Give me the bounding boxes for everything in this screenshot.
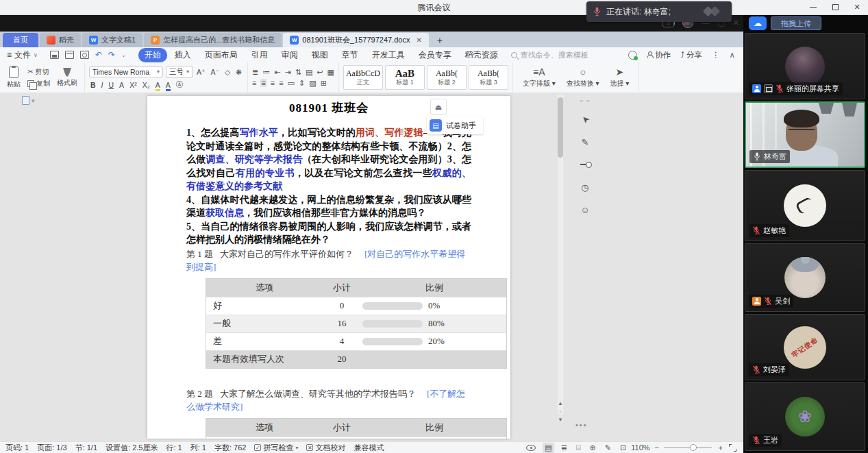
- clear-format-button[interactable]: ◇: [223, 68, 232, 76]
- browser-tab[interactable]: 稻壳: [40, 33, 81, 47]
- browser-tab[interactable]: W081901班班会_157797247.docx✕: [283, 33, 429, 47]
- save-icon[interactable]: [50, 51, 59, 59]
- participant-tile[interactable]: 赵敏艳: [745, 170, 865, 241]
- italic-button[interactable]: I: [100, 81, 105, 89]
- zoom-out-icon[interactable]: −: [655, 443, 659, 452]
- align-right-icon[interactable]: ≡: [271, 79, 275, 87]
- document-page[interactable]: 081901 班班会 1、怎么提高写作水平，比如写论文时的用词、写作逻辑——我写…: [147, 96, 510, 439]
- shading-icon[interactable]: ▨: [309, 79, 316, 88]
- toolbar-drag-handle[interactable]: = =: [580, 97, 591, 104]
- cloud-sync-icon[interactable]: [628, 51, 637, 60]
- share-button[interactable]: ⤴ 分享: [680, 50, 702, 60]
- participant-tile[interactable]: 牢记使命刘晏泽: [745, 314, 865, 380]
- cloud-doc-icon[interactable]: ☁: [749, 16, 767, 30]
- cut-button[interactable]: ✂ 剪切: [27, 67, 50, 77]
- bullet-list-icon[interactable]: ≣: [252, 68, 258, 77]
- next-page-icon[interactable]: ▼: [558, 417, 563, 423]
- sticker-tool-icon[interactable]: ☺: [578, 202, 593, 217]
- print-preview-icon[interactable]: [80, 51, 89, 59]
- bold-button[interactable]: B: [89, 81, 97, 89]
- nav-square-icon[interactable]: ▫: [560, 408, 562, 415]
- zoom-slider[interactable]: [664, 447, 712, 448]
- paste-button[interactable]: 粘贴: [4, 66, 23, 89]
- timer-tool-icon[interactable]: ◷: [578, 180, 593, 195]
- prev-page-icon[interactable]: ▲: [558, 400, 563, 406]
- annotation-more-icon[interactable]: •••: [575, 421, 588, 429]
- align-left-icon[interactable]: ≡: [252, 79, 256, 87]
- zoom-slider-knob[interactable]: [690, 444, 697, 451]
- exam-assistant-button[interactable]: ▤ 试卷助手: [427, 117, 483, 134]
- cursor-tool-icon[interactable]: ➤: [578, 112, 593, 127]
- style-标题 2[interactable]: AaBb(标题 2: [427, 65, 467, 90]
- font-color-button[interactable]: A: [164, 81, 172, 89]
- wps-close-icon[interactable]: ✕: [733, 19, 739, 27]
- collapse-ribbon-icon[interactable]: ∧: [730, 50, 735, 60]
- justify-icon[interactable]: ≡: [279, 79, 283, 87]
- ribbon-tab-开发工具[interactable]: 开发工具: [366, 48, 411, 62]
- underline-button[interactable]: U: [108, 81, 116, 89]
- ribbon-tab-视图[interactable]: 视图: [306, 48, 334, 62]
- vertical-scrollbar[interactable]: [558, 95, 563, 415]
- style-正文[interactable]: AaBbCcD正文: [343, 65, 383, 90]
- spellcheck-toggle[interactable]: ✓拼写检查▾: [254, 443, 298, 453]
- ribbon-tab-开始[interactable]: 开始: [138, 48, 167, 62]
- command-search[interactable]: 查找命令、搜索模板: [511, 50, 588, 60]
- char-border-button[interactable]: A: [118, 81, 125, 89]
- print-icon[interactable]: [65, 51, 74, 59]
- ribbon-tab-插入[interactable]: 插入: [169, 48, 197, 62]
- ribbon-tool-选择[interactable]: ➤选择 ▾: [605, 67, 635, 88]
- participant-tile[interactable]: 张丽的屏幕共享: [745, 33, 865, 99]
- highlight-button[interactable]: A: [154, 81, 162, 89]
- participant-tile[interactable]: 吴剑: [745, 243, 865, 312]
- ribbon-tab-章节[interactable]: 章节: [336, 48, 364, 62]
- shrink-font-button[interactable]: A⁻: [210, 68, 221, 76]
- browser-tab[interactable]: 首页: [3, 33, 38, 47]
- zoom-level[interactable]: 110%: [631, 443, 649, 452]
- web-view-icon[interactable]: ⊕: [588, 443, 598, 453]
- direction-icon[interactable]: ↩: [317, 68, 323, 77]
- tab-close-icon[interactable]: ✕: [416, 36, 421, 44]
- fit-page-icon[interactable]: ⊡: [620, 443, 626, 452]
- sort-icon[interactable]: ⇅: [295, 68, 301, 77]
- close-icon[interactable]: ✕: [852, 1, 863, 12]
- collab-button[interactable]: 协作: [647, 50, 671, 60]
- font-name-select[interactable]: Times New Roma▾: [89, 66, 163, 77]
- ribbon-tab-引用[interactable]: 引用: [245, 48, 274, 62]
- proofread-toggle[interactable]: ✕文档校对: [306, 443, 345, 453]
- decrease-indent-icon[interactable]: ⇤: [274, 68, 280, 77]
- file-menu[interactable]: ≡ 文件 ∨: [0, 47, 43, 62]
- increase-indent-icon[interactable]: ⇥: [284, 68, 290, 77]
- ribbon-tab-会员专享[interactable]: 会员专享: [412, 48, 458, 62]
- distribute-icon[interactable]: ▭: [288, 79, 295, 88]
- ribbon-tool-文字排版[interactable]: ≡A文字排版 ▾: [517, 67, 561, 88]
- fullscreen-icon[interactable]: [729, 444, 736, 452]
- browser-tab[interactable]: P怎样提高自己的...查找书籍和信息: [144, 33, 282, 47]
- char-scale-icon[interactable]: ▤: [306, 68, 312, 77]
- new-tab-button[interactable]: +: [433, 34, 447, 47]
- number-list-icon[interactable]: ≔: [262, 68, 270, 77]
- redo-icon[interactable]: ↷: [108, 50, 115, 60]
- superscript-button[interactable]: X²: [128, 81, 138, 89]
- align-center-icon[interactable]: ≡: [260, 79, 266, 87]
- eye-protect-icon[interactable]: [526, 445, 536, 451]
- more-menu-icon[interactable]: ⋮: [712, 50, 720, 60]
- drag-upload-button[interactable]: 拖拽上传: [771, 16, 821, 30]
- ribbon-tab-稻壳资源[interactable]: 稻壳资源: [459, 48, 504, 62]
- style-标题 1[interactable]: AaB标题 1: [385, 65, 425, 90]
- format-painter-button[interactable]: 格式刷: [54, 68, 80, 88]
- enclose-char-button[interactable]: Ⓐ: [175, 80, 185, 90]
- zoom-in-icon[interactable]: ＋: [717, 443, 724, 453]
- pen-tool-icon[interactable]: ✎: [603, 443, 613, 453]
- restore-icon[interactable]: [830, 1, 841, 12]
- borders-icon[interactable]: ⊞: [321, 79, 327, 88]
- book-view-icon[interactable]: ⌻: [574, 443, 583, 453]
- minimize-icon[interactable]: [808, 1, 819, 12]
- font-size-select[interactable]: 三号▾: [166, 66, 193, 78]
- pen-tool-icon[interactable]: ✎: [578, 134, 593, 149]
- slider-tool-icon[interactable]: [578, 157, 593, 172]
- style-标题 3[interactable]: AaBb(标题 3: [469, 65, 508, 90]
- ribbon-tab-审阅[interactable]: 审阅: [275, 48, 304, 62]
- copy-button[interactable]: 复制: [27, 79, 50, 88]
- text-effects-button[interactable]: ❋: [234, 68, 243, 76]
- ribbon-tool-查找替换[interactable]: ○查找替换 ▾: [561, 67, 605, 88]
